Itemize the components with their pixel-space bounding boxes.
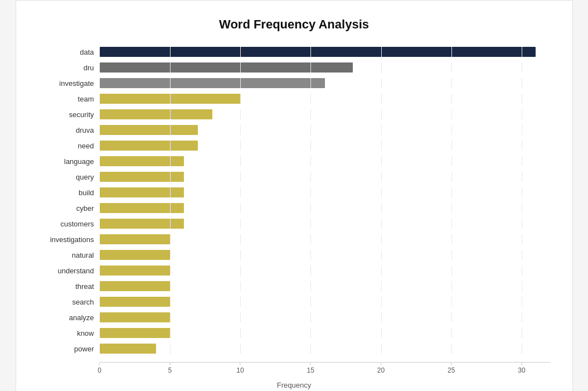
bar-label: analyze (38, 313, 100, 322)
x-tick: 25 (448, 363, 455, 374)
bar-track (100, 62, 550, 73)
x-tick: 0 (98, 363, 101, 374)
x-tick-label: 10 (236, 366, 244, 374)
x-axis-area: 051015202530 (38, 362, 550, 379)
bar-row: threat (38, 279, 550, 293)
x-tick-label: 25 (448, 366, 455, 374)
bar-label: team (38, 95, 100, 103)
bar-row: need (38, 139, 550, 152)
x-tick-line (169, 363, 170, 365)
bar-track (100, 203, 550, 213)
x-tick: 15 (307, 363, 314, 374)
x-tick-line (381, 363, 381, 365)
bar-row: analyze (38, 311, 550, 324)
bar-fill (100, 125, 198, 135)
bar-fill (100, 156, 184, 166)
chart-title: Word Frequency Analysis (38, 17, 550, 32)
bar-label: understand (38, 267, 100, 275)
bar-track (100, 234, 550, 244)
bar-fill (100, 297, 170, 307)
bar-row: build (38, 186, 550, 199)
bar-fill (100, 328, 170, 338)
bar-track (100, 281, 550, 291)
bar-row: understand (38, 264, 550, 277)
bar-track (100, 250, 550, 260)
bar-fill (100, 234, 170, 244)
chart-area: datadruinvestigateteamsecuritydruvaneedl… (38, 45, 550, 358)
bar-row: data (38, 45, 550, 59)
bar-track (100, 109, 550, 119)
bar-fill (100, 78, 325, 88)
x-tick-line (99, 363, 100, 365)
x-tick-line (451, 363, 451, 365)
x-tick-line (310, 363, 311, 365)
bar-row: druva (38, 123, 550, 137)
bar-fill (100, 47, 536, 57)
x-tick-label: 20 (377, 366, 385, 374)
bar-label: language (38, 157, 100, 166)
bar-label: data (38, 48, 100, 56)
bar-label: investigate (38, 79, 100, 88)
bar-label: need (38, 142, 100, 150)
bar-row: security (38, 108, 550, 121)
bar-track (100, 344, 550, 354)
bar-fill (100, 250, 170, 260)
bar-row: query (38, 170, 550, 184)
x-tick: 30 (518, 363, 525, 374)
bar-label: power (38, 345, 100, 353)
bar-track (100, 187, 550, 197)
bar-label: know (38, 329, 100, 337)
bar-row: team (38, 92, 550, 105)
chart-container: Word Frequency Analysis datadruinvestiga… (16, 0, 573, 391)
x-tick: 5 (168, 363, 172, 374)
x-tick-label: 5 (168, 366, 172, 374)
bar-track (100, 47, 550, 57)
bar-row: cyber (38, 201, 550, 215)
bar-label: build (38, 189, 100, 197)
bar-fill (100, 94, 241, 104)
bar-label: security (38, 110, 100, 119)
bar-label: dru (38, 64, 100, 72)
bar-fill (100, 344, 156, 354)
bar-track (100, 328, 550, 338)
bar-label: customers (38, 220, 100, 228)
bar-track (100, 312, 550, 322)
bar-track (100, 94, 550, 104)
x-tick-label: 15 (307, 366, 314, 374)
bar-row: know (38, 326, 550, 340)
bar-track (100, 266, 550, 276)
bar-label: search (38, 298, 100, 306)
bar-fill (100, 141, 198, 151)
bar-fill (100, 187, 184, 197)
x-axis-label: Frequency (38, 381, 550, 389)
bar-track (100, 297, 550, 307)
bar-label: investigations (38, 235, 100, 244)
bar-fill (100, 62, 353, 73)
bar-row: power (38, 342, 550, 355)
bar-label: query (38, 173, 100, 181)
x-tick: 10 (236, 363, 244, 374)
bar-label: threat (38, 282, 100, 291)
bar-fill (100, 312, 170, 322)
bar-fill (100, 219, 184, 229)
x-tick-label: 30 (518, 366, 525, 374)
bar-fill (100, 172, 184, 182)
bar-fill (100, 109, 212, 119)
x-tick-line (521, 363, 522, 365)
bar-row: language (38, 155, 550, 168)
x-axis: 051015202530 (100, 362, 550, 379)
bar-fill (100, 203, 184, 213)
bar-row: search (38, 295, 550, 308)
bar-row: investigate (38, 76, 550, 90)
x-tick-line (240, 363, 240, 365)
x-tick: 20 (377, 363, 385, 374)
bar-row: natural (38, 248, 550, 262)
bar-track (100, 141, 550, 151)
bar-label: druva (38, 126, 100, 134)
bar-label: cyber (38, 204, 100, 213)
bar-fill (100, 281, 170, 291)
bar-label: natural (38, 251, 100, 259)
bar-track (100, 172, 550, 182)
bar-track (100, 78, 550, 88)
bar-row: investigations (38, 233, 550, 246)
